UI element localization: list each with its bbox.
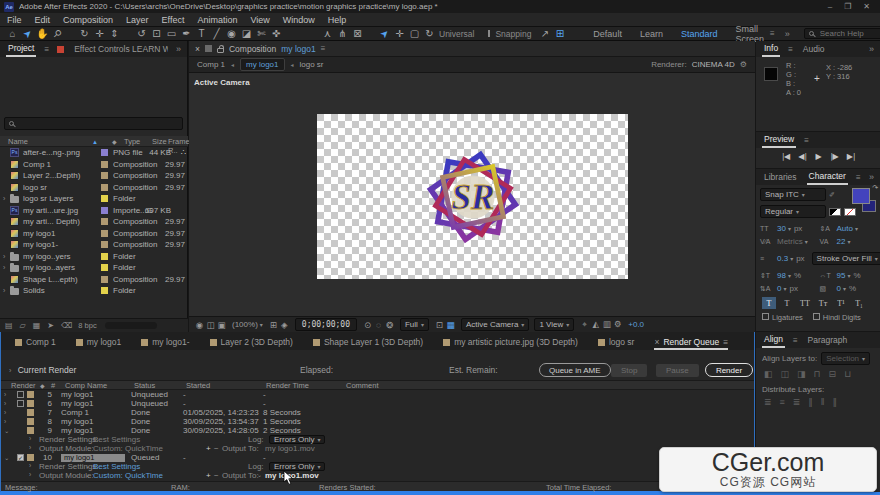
align-hcenter-button[interactable]: ◫: [781, 369, 790, 379]
label-color-swatch[interactable]: [101, 241, 108, 248]
puppet-pin-tool[interactable]: ✜: [269, 27, 284, 40]
label-color-swatch[interactable]: [101, 218, 108, 225]
expand-chevron-icon[interactable]: ›: [1, 418, 11, 425]
expand-chevron-icon[interactable]: ›: [3, 253, 10, 260]
tab-effect-controls[interactable]: Effect Controls LEARN WITH SH: [72, 42, 168, 56]
pan-behind-tool[interactable]: ⊡: [149, 27, 164, 40]
label-color-swatch[interactable]: [101, 276, 108, 283]
workspace-learn[interactable]: Learn: [640, 29, 663, 39]
always-preview-icon[interactable]: ◉: [194, 320, 205, 330]
expand-chevron-icon[interactable]: ›: [3, 264, 10, 271]
menu-item[interactable]: Effect: [162, 15, 185, 25]
choose-grid-icon[interactable]: ⊞: [268, 320, 279, 330]
all-caps-toggle[interactable]: TT: [798, 297, 812, 309]
draft-3d-icon[interactable]: ◫: [205, 320, 216, 330]
label-color-swatch[interactable]: [101, 264, 108, 271]
tab-libraries[interactable]: Libraries: [762, 170, 799, 184]
breadcrumb-prev-comp[interactable]: Comp 1: [197, 60, 225, 69]
render-settings-value[interactable]: Best Settings: [93, 435, 140, 444]
panel-menu-icon[interactable]: ≡: [723, 337, 728, 347]
expand-chevron-icon[interactable]: ›: [1, 391, 11, 398]
column-comment[interactable]: Comment: [346, 381, 379, 390]
label-column-icon[interactable]: ◆: [40, 382, 45, 389]
interpret-footage-icon[interactable]: ▤: [5, 321, 13, 330]
tab-preview[interactable]: Preview: [762, 132, 796, 148]
renderer-settings-icon[interactable]: ⚙: [740, 60, 747, 69]
roto-brush-tool[interactable]: ✄: [254, 27, 269, 40]
baseline-shift-value[interactable]: 0: [777, 284, 786, 293]
my logo1[interactable]: my logo1 Composition 29.97: [0, 228, 188, 240]
composition-tab-comp-name[interactable]: my logo1: [281, 44, 316, 54]
column-number[interactable]: #: [51, 381, 55, 390]
roi-icon[interactable]: ⊡: [434, 320, 445, 330]
pan-camera-tool[interactable]: ✛: [92, 27, 107, 40]
Comp 1[interactable]: Comp 1 Composition 29.97: [0, 159, 188, 171]
render-checkbox[interactable]: [17, 391, 24, 398]
Layer 2...Depth)[interactable]: Layer 2...Depth) Composition 29.97: [0, 170, 188, 182]
play-button[interactable]: ▶: [815, 152, 820, 161]
horizontal-scale-value[interactable]: 95: [837, 271, 851, 280]
composition-tab-label[interactable]: Composition: [229, 44, 276, 54]
view-layout-dropdown[interactable]: 1 View: [534, 318, 574, 331]
snapping-checkbox[interactable]: [488, 30, 490, 37]
first-frame-button[interactable]: ∣◀: [781, 152, 789, 161]
current-render-group[interactable]: › Current Render: [9, 365, 76, 375]
logo sr Layers[interactable]: › logo sr Layers Folder: [0, 193, 188, 205]
align-bottom-button[interactable]: ⊔: [844, 369, 851, 379]
character-overflow-icon[interactable]: »: [869, 172, 874, 182]
menu-item[interactable]: Window: [283, 15, 315, 25]
render-queue-item-10[interactable]: ⌄ 10 my logo1 Queued - -: [1, 453, 754, 462]
menu-item[interactable]: File: [7, 15, 22, 25]
label-color-swatch[interactable]: [27, 400, 34, 407]
label-color-swatch[interactable]: [101, 230, 108, 237]
expand-chevron-icon[interactable]: ⌄: [1, 454, 11, 462]
clone-stamp-tool[interactable]: ◉: [224, 27, 239, 40]
render-checkbox[interactable]: [17, 454, 24, 461]
column-name[interactable]: Name: [8, 137, 28, 146]
label-color-swatch[interactable]: [27, 427, 34, 434]
timeline-tab-my-logo1[interactable]: my logo1: [76, 337, 122, 350]
panel-menu-icon[interactable]: ≡: [856, 173, 861, 182]
prev-frame-button[interactable]: ◀∣: [798, 152, 806, 161]
menu-item[interactable]: Help: [328, 15, 347, 25]
panel-menu-icon[interactable]: ≡: [44, 45, 49, 54]
tab-audio[interactable]: Audio: [801, 42, 827, 56]
fast-previews-icon[interactable]: ◭: [590, 319, 601, 330]
magnification-dropdown[interactable]: (100%): [232, 320, 263, 329]
stop-button[interactable]: Stop: [611, 364, 647, 377]
label-color-swatch[interactable]: [101, 195, 108, 202]
label-color-swatch[interactable]: [101, 172, 108, 179]
new-composition-icon[interactable]: ▦: [33, 321, 41, 330]
project-overflow-icon[interactable]: »: [176, 44, 181, 54]
add-output-icon[interactable]: +: [206, 471, 211, 480]
stroke-width-value[interactable]: 0.3: [777, 254, 793, 263]
log-dropdown[interactable]: Errors Only: [269, 435, 325, 444]
render-queue-item[interactable]: › 5 my logo1 Unqueued - -: [1, 390, 754, 399]
render-button[interactable]: Render: [705, 363, 753, 377]
panel-menu-icon[interactable]: ≡: [321, 44, 326, 53]
font-style-dropdown[interactable]: Regular: [760, 205, 826, 218]
align-vcenter-button[interactable]: ⊟: [829, 369, 837, 379]
label-color-swatch[interactable]: [101, 149, 108, 156]
vertical-scale-value[interactable]: 98: [777, 271, 791, 280]
snap-grid-icon[interactable]: ⊞: [552, 27, 567, 40]
logo sr[interactable]: logo sr Composition 29.97: [0, 182, 188, 194]
column-render-time[interactable]: Render Time: [266, 381, 309, 390]
chevron-down-icon[interactable]: ⌄: [85, 471, 90, 478]
pen-tool[interactable]: ✒: [179, 27, 194, 40]
tsume-value[interactable]: 0: [837, 284, 846, 293]
tab-paragraph[interactable]: Paragraph: [806, 333, 850, 347]
column-comp-name[interactable]: Comp Name: [65, 381, 107, 390]
tab-character[interactable]: Character: [807, 169, 848, 185]
menu-item[interactable]: Edit: [35, 15, 51, 25]
label-color-swatch[interactable]: [101, 184, 108, 191]
mask-visibility-icon[interactable]: ◈: [279, 320, 290, 330]
label-color-swatch[interactable]: [27, 409, 34, 416]
column-type[interactable]: Type: [124, 137, 140, 146]
expand-chevron-icon[interactable]: ›: [1, 400, 11, 407]
label-color-swatch[interactable]: [27, 454, 34, 461]
remove-output-icon[interactable]: −: [214, 444, 219, 453]
render-queue-item[interactable]: › 8 my logo1 Done 30/09/2025, 13:54:37 1…: [1, 417, 754, 426]
orbit-camera-tool[interactable]: ↻: [77, 27, 92, 40]
timeline-tab-render-queue[interactable]: × Render Queue ≡: [654, 337, 728, 350]
